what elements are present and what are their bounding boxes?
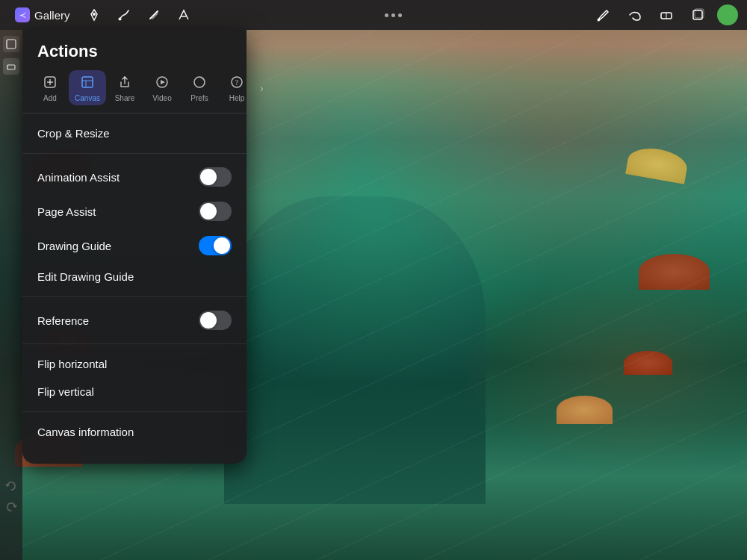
svg-marker-17 xyxy=(161,80,165,84)
tab-add-icon xyxy=(41,73,59,91)
dot-3 xyxy=(398,13,402,17)
tab-help-icon: ? xyxy=(228,73,246,91)
tab-share-label: Share xyxy=(115,94,135,102)
reference-toggle[interactable] xyxy=(199,311,232,330)
menu-item-edit-drawing-guide[interactable]: Edit Drawing Guide xyxy=(22,263,247,290)
edit-drawing-guide-label: Edit Drawing Guide xyxy=(37,270,134,283)
tab-prefs-icon xyxy=(190,73,208,91)
help-icon: ? xyxy=(230,75,244,89)
drawing-guide-label: Drawing Guide xyxy=(37,240,111,252)
brush-stroke-icon xyxy=(117,8,131,22)
tab-prefs-label: Prefs xyxy=(190,94,208,102)
user-avatar[interactable] xyxy=(717,4,738,25)
drawing-guide-toggle[interactable] xyxy=(199,236,232,255)
menu-item-flip-horizontal[interactable]: Flip horizontal xyxy=(22,350,247,378)
video-icon xyxy=(155,75,169,89)
tab-canvas-icon xyxy=(78,73,96,91)
tab-canvas[interactable]: Canvas xyxy=(69,70,106,105)
top-bar-right xyxy=(592,3,738,27)
paintbrush-icon xyxy=(595,7,612,23)
menu-item-crop-resize[interactable]: Crop & Resize xyxy=(22,119,247,147)
reference-label: Reference xyxy=(37,314,89,327)
tab-share[interactable]: Share xyxy=(106,70,143,105)
layers-icon xyxy=(689,7,706,23)
menu-section-crop: Crop & Resize xyxy=(22,113,247,154)
prefs-icon xyxy=(193,75,206,89)
menu-item-page-assist[interactable]: Page Assist xyxy=(22,194,247,228)
smudge-button[interactable] xyxy=(623,3,647,27)
tab-video-icon xyxy=(153,73,171,91)
procreate-tool-1[interactable] xyxy=(82,3,106,27)
gallery-icon: ≺ xyxy=(15,7,30,22)
gallery-button[interactable]: ≺ Gallery xyxy=(9,4,76,25)
svg-point-0 xyxy=(93,13,96,16)
svg-rect-7 xyxy=(7,40,16,49)
svg-point-1 xyxy=(118,18,121,21)
tab-help-label: Help xyxy=(229,94,245,102)
canvas-information-label: Canvas information xyxy=(37,426,134,438)
actions-tabs: Add Canvas Share xyxy=(22,70,247,113)
flow-icon xyxy=(177,8,190,22)
menu-item-drawing-guide[interactable]: Drawing Guide xyxy=(22,228,247,263)
page-assist-label: Page Assist xyxy=(37,205,96,218)
tab-canvas-label: Canvas xyxy=(75,94,100,102)
dot-1 xyxy=(385,13,388,17)
top-bar: ≺ Gallery xyxy=(0,0,747,30)
dot-2 xyxy=(391,13,395,17)
page-assist-toggle[interactable] xyxy=(199,202,232,221)
tab-add[interactable]: Add xyxy=(31,70,69,105)
svg-point-2 xyxy=(597,19,600,22)
sidebar-tool-1[interactable] xyxy=(3,36,19,52)
menu-section-info: Canvas information xyxy=(22,412,247,452)
tab-more-chevron[interactable]: › xyxy=(255,79,268,97)
canvas-icon xyxy=(81,75,94,89)
animation-assist-toggle[interactable] xyxy=(199,167,232,187)
pen-nib-icon xyxy=(87,8,101,22)
menu-item-flip-vertical[interactable]: Flip vertical xyxy=(22,378,247,405)
flip-vertical-label: Flip vertical xyxy=(37,385,94,398)
procreate-tool-3[interactable] xyxy=(142,3,166,27)
procreate-tool-2[interactable] xyxy=(112,3,136,27)
eraser-button[interactable] xyxy=(654,3,678,27)
menu-item-reference[interactable]: Reference xyxy=(22,303,247,337)
tab-add-label: Add xyxy=(43,94,57,102)
tab-prefs[interactable]: Prefs xyxy=(181,70,218,105)
layers-button[interactable] xyxy=(686,3,710,27)
sidebar-icon-1 xyxy=(6,39,16,49)
svg-text:?: ? xyxy=(235,78,239,87)
left-sidebar xyxy=(0,30,22,560)
procreate-tool-4[interactable] xyxy=(172,3,196,27)
paintbrush-button[interactable] xyxy=(592,3,616,27)
menu-section-flip: Flip horizontal Flip vertical xyxy=(22,344,247,412)
smudge-icon xyxy=(627,7,643,23)
actions-panel: Actions Add Canvas xyxy=(22,30,247,464)
share-icon xyxy=(118,75,131,89)
sidebar-icon-2 xyxy=(6,61,16,72)
actions-title: Actions xyxy=(22,30,247,70)
menu-item-animation-assist[interactable]: Animation Assist xyxy=(22,160,247,194)
sidebar-tool-2[interactable] xyxy=(3,58,19,75)
animation-assist-label: Animation Assist xyxy=(37,171,120,184)
svg-rect-8 xyxy=(7,65,15,69)
eraser-icon xyxy=(658,7,675,23)
gallery-label: Gallery xyxy=(34,9,70,22)
add-icon xyxy=(43,75,57,89)
tab-share-icon xyxy=(116,73,134,91)
tab-video[interactable]: Video xyxy=(143,70,181,105)
menu-section-reference: Reference xyxy=(22,297,247,344)
svg-rect-12 xyxy=(82,77,93,87)
top-bar-left: ≺ Gallery xyxy=(9,3,196,27)
menu-section-assist: Animation Assist Page Assist Drawing Gui… xyxy=(22,154,247,297)
flip-horizontal-label: Flip horizontal xyxy=(37,358,107,370)
tab-help[interactable]: ? Help xyxy=(218,70,255,105)
top-bar-center xyxy=(385,13,402,17)
tab-video-label: Video xyxy=(152,94,171,102)
crop-resize-label: Crop & Resize xyxy=(37,127,110,140)
calligraphy-icon xyxy=(147,8,161,22)
menu-item-canvas-information[interactable]: Canvas information xyxy=(22,418,247,446)
